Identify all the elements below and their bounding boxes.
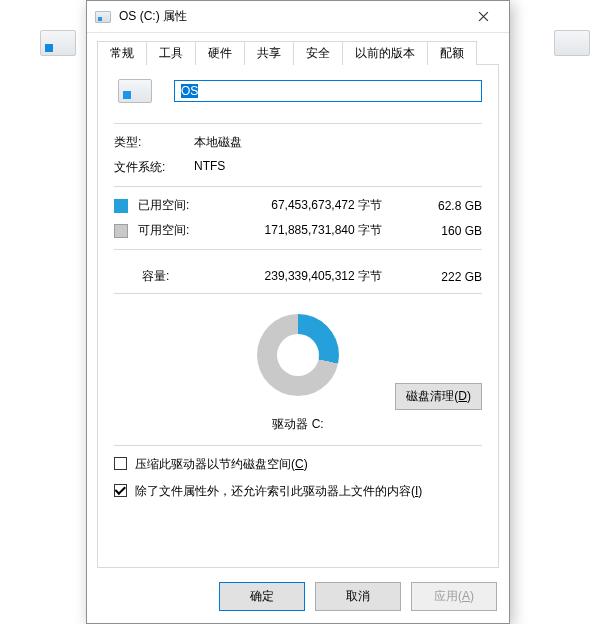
- used-hr: 62.8 GB: [418, 199, 482, 213]
- used-label: 已用空间:: [138, 197, 210, 214]
- tab-sharing[interactable]: 共享: [244, 41, 294, 65]
- drive-name-input[interactable]: [174, 80, 482, 102]
- tab-content-general: 类型: 本地磁盘 文件系统: NTFS 已用空间: 67,453,673,472…: [97, 65, 499, 568]
- divider: [114, 249, 482, 250]
- divider: [114, 186, 482, 187]
- tab-previous-versions[interactable]: 以前的版本: [342, 41, 428, 65]
- close-icon: [478, 11, 489, 22]
- properties-dialog: OS (C:) 属性 常规 工具 硬件 共享 安全 以前的版本 配额 类型: 本…: [86, 0, 510, 624]
- compress-label: 压缩此驱动器以节约磁盘空间(C): [135, 456, 308, 473]
- type-label: 类型:: [114, 134, 194, 151]
- compress-checkbox[interactable]: [114, 457, 127, 470]
- apply-label: 应用(A): [434, 589, 474, 603]
- disk-cleanup-button[interactable]: 磁盘清理(D): [395, 383, 482, 410]
- window-title: OS (C:) 属性: [119, 8, 461, 25]
- type-value: 本地磁盘: [194, 134, 242, 151]
- ok-button[interactable]: 确定: [219, 582, 305, 611]
- free-hr: 160 GB: [418, 224, 482, 238]
- close-button[interactable]: [461, 2, 505, 32]
- capacity-bytes: 239,339,405,312 字节: [212, 268, 418, 285]
- background-drive-icon: [554, 30, 590, 56]
- drive-letter-label: 驱动器 C:: [114, 416, 482, 433]
- capacity-hr: 222 GB: [418, 270, 482, 284]
- drive-icon: [118, 79, 152, 103]
- index-label: 除了文件属性外，还允许索引此驱动器上文件的内容(I): [135, 483, 422, 500]
- used-bytes: 67,453,673,472 字节: [210, 197, 418, 214]
- background-drive-icon: [40, 30, 76, 56]
- capacity-label: 容量:: [114, 268, 212, 285]
- free-swatch-icon: [114, 224, 128, 238]
- titlebar: OS (C:) 属性: [87, 1, 509, 33]
- tab-tools[interactable]: 工具: [146, 41, 196, 65]
- tab-hardware[interactable]: 硬件: [195, 41, 245, 65]
- cancel-button[interactable]: 取消: [315, 582, 401, 611]
- index-checkbox[interactable]: [114, 484, 127, 497]
- divider: [114, 123, 482, 124]
- free-label: 可用空间:: [138, 222, 210, 239]
- tab-quota[interactable]: 配额: [427, 41, 477, 65]
- filesystem-label: 文件系统:: [114, 159, 194, 176]
- divider: [114, 445, 482, 446]
- used-swatch-icon: [114, 199, 128, 213]
- tab-general[interactable]: 常规: [97, 41, 147, 65]
- tab-security[interactable]: 安全: [293, 41, 343, 65]
- tab-row: 常规 工具 硬件 共享 安全 以前的版本 配额: [87, 33, 509, 65]
- drive-icon: [95, 11, 111, 23]
- disk-cleanup-label: 磁盘清理(D): [406, 389, 471, 403]
- dialog-footer: 确定 取消 应用(A): [87, 574, 509, 623]
- apply-button[interactable]: 应用(A): [411, 582, 497, 611]
- filesystem-value: NTFS: [194, 159, 225, 176]
- divider: [114, 293, 482, 294]
- usage-pie-chart: [257, 314, 339, 396]
- free-bytes: 171,885,731,840 字节: [210, 222, 418, 239]
